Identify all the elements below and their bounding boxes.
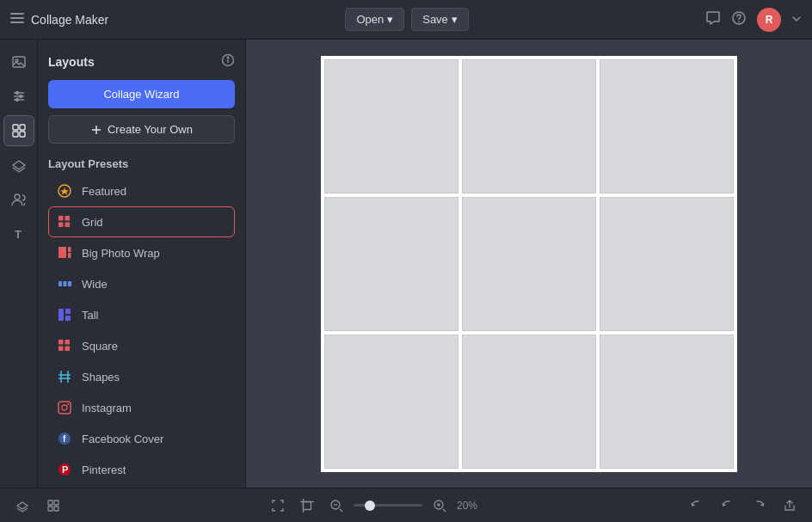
shapes-icon <box>56 368 73 385</box>
svg-rect-34 <box>58 309 64 321</box>
svg-line-57 <box>340 509 342 512</box>
instagram-icon <box>56 399 73 416</box>
svg-rect-32 <box>64 281 67 286</box>
chat-icon[interactable] <box>705 10 721 29</box>
preset-label-facebook-cover: Facebook Cover <box>82 433 163 445</box>
svg-point-10 <box>19 95 22 98</box>
preset-label-big-photo-wrap: Big Photo Wrap <box>82 247 160 260</box>
svg-rect-12 <box>13 125 18 130</box>
svg-rect-14 <box>13 132 18 137</box>
people-icon[interactable] <box>3 184 34 215</box>
preset-item-wide[interactable]: Wide <box>48 268 235 299</box>
app-title: Collage Maker <box>31 13 108 27</box>
grid-cell-1[interactable] <box>324 59 458 193</box>
preset-label-pinterest: Pinterest <box>82 464 126 476</box>
bottombar-center: 20% <box>266 494 484 518</box>
share-icon[interactable] <box>778 494 802 518</box>
topbar-center: Open ▾ Save ▾ <box>345 8 468 31</box>
panel-title: Layouts <box>48 55 95 69</box>
tall-icon <box>56 306 73 323</box>
svg-rect-33 <box>68 281 71 286</box>
zoom-in-icon[interactable] <box>428 494 452 518</box>
text-icon[interactable]: T <box>3 218 34 249</box>
topbar: Collage Maker Open ▾ Save ▾ R <box>0 0 812 40</box>
panel-header: Layouts <box>48 53 235 70</box>
create-your-own-button[interactable]: Create Your Own <box>48 115 235 144</box>
svg-rect-50 <box>48 507 52 511</box>
svg-rect-27 <box>65 223 71 228</box>
svg-rect-49 <box>54 501 58 505</box>
svg-rect-25 <box>65 216 71 221</box>
bottombar-right <box>685 494 802 518</box>
preset-item-facebook-cover[interactable]: f Facebook Cover <box>48 423 235 454</box>
svg-point-20 <box>227 57 228 58</box>
open-button[interactable]: Open ▾ <box>345 8 404 31</box>
grid-cell-3[interactable] <box>600 59 734 193</box>
menu-icon[interactable] <box>10 11 24 28</box>
filters-icon[interactable] <box>3 81 34 112</box>
preset-item-instagram[interactable]: Instagram <box>48 392 235 423</box>
layouts-panel: Layouts Collage Wizard Create Your Own L… <box>38 40 246 488</box>
preset-label-square: Square <box>82 340 118 353</box>
zoom-slider[interactable] <box>354 504 422 507</box>
preset-item-square[interactable]: Square <box>48 330 235 361</box>
preset-label-featured: Featured <box>82 185 126 198</box>
pinterest-icon: P <box>56 461 73 478</box>
big-photo-wrap-icon <box>56 244 73 261</box>
collage-wizard-button[interactable]: Collage Wizard <box>48 80 235 108</box>
grid-cell-8[interactable] <box>462 335 596 469</box>
svg-rect-28 <box>58 247 66 258</box>
chevron-down-icon[interactable] <box>791 12 802 28</box>
svg-point-42 <box>62 405 67 410</box>
preset-item-tall[interactable]: Tall <box>48 299 235 330</box>
layers-bottom-icon[interactable] <box>10 494 34 518</box>
svg-rect-0 <box>10 13 24 15</box>
bottombar: 20% <box>0 488 812 522</box>
bottombar-left <box>10 494 65 518</box>
preset-item-shapes[interactable]: Shapes <box>48 361 235 392</box>
svg-point-9 <box>15 92 18 95</box>
avatar[interactable]: R <box>757 8 781 32</box>
preset-item-pinterest[interactable]: P Pinterest <box>48 454 235 485</box>
fit-screen-icon[interactable] <box>266 494 290 518</box>
undo-icon[interactable] <box>716 494 740 518</box>
svg-rect-37 <box>58 340 64 345</box>
info-icon[interactable] <box>221 53 235 70</box>
preset-item-big-photo-wrap[interactable]: Big Photo Wrap <box>48 237 235 268</box>
preset-label-tall: Tall <box>82 309 99 322</box>
grid-cell-5[interactable] <box>462 197 596 331</box>
main-content: T Layouts Collage Wizard Create Your <box>0 40 812 488</box>
wide-icon <box>56 275 73 292</box>
preset-label-instagram: Instagram <box>82 402 132 415</box>
crop-icon[interactable] <box>295 494 319 518</box>
grid-cell-9[interactable] <box>600 335 734 469</box>
layers-icon[interactable] <box>3 150 34 181</box>
photos-icon[interactable] <box>3 46 34 77</box>
help-icon[interactable] <box>731 10 747 29</box>
zoom-out-icon[interactable] <box>324 494 348 518</box>
grid-cell-7[interactable] <box>324 335 458 469</box>
canvas-area[interactable] <box>246 40 812 488</box>
grid-cell-4[interactable] <box>324 197 458 331</box>
icon-sidebar: T <box>0 40 38 488</box>
save-button[interactable]: Save ▾ <box>411 8 469 31</box>
grid-bottom-icon[interactable] <box>41 494 65 518</box>
rotate-back-icon[interactable] <box>685 494 709 518</box>
grid-icon <box>56 213 73 230</box>
preset-item-grid[interactable]: Grid <box>48 206 235 237</box>
svg-rect-13 <box>20 125 25 130</box>
grid-cell-6[interactable] <box>600 197 734 331</box>
svg-rect-31 <box>58 281 62 286</box>
svg-point-16 <box>15 194 20 200</box>
facebook-icon: f <box>56 430 73 447</box>
redo-icon[interactable] <box>747 494 771 518</box>
svg-rect-36 <box>65 316 71 321</box>
preset-label-grid: Grid <box>82 216 103 229</box>
preset-label-shapes: Shapes <box>82 371 120 384</box>
grid-cell-2[interactable] <box>462 59 596 193</box>
layouts-icon[interactable] <box>3 115 34 146</box>
preset-item-featured[interactable]: Featured <box>48 175 235 206</box>
svg-rect-15 <box>20 132 25 137</box>
svg-point-43 <box>67 403 69 405</box>
svg-point-11 <box>15 99 18 101</box>
